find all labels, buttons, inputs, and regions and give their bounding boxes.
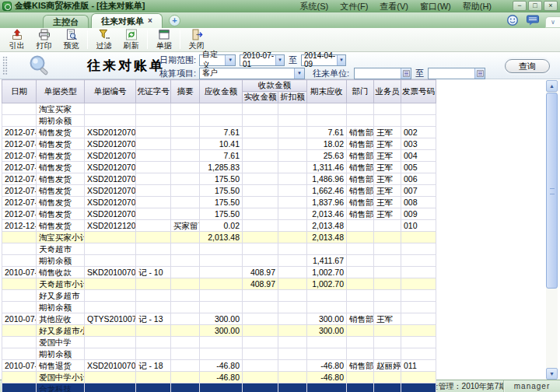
cell-voucher[interactable] xyxy=(136,243,171,255)
cell-department[interactable] xyxy=(347,103,374,115)
cell-doc_no[interactable] xyxy=(85,232,136,243)
cell-receivable[interactable]: 1,285.83 xyxy=(200,162,243,173)
cell-salesman[interactable]: 王军 xyxy=(374,173,401,185)
cell-department[interactable]: 销售部 xyxy=(347,162,374,173)
cell-date[interactable] xyxy=(2,290,37,302)
table-row[interactable]: 2012-07-05销售发货XSD20120700005175.501,486.… xyxy=(2,173,436,185)
cell-invoice_no[interactable]: 011 xyxy=(401,360,436,372)
cell-summary[interactable] xyxy=(171,138,200,150)
panel-drag-handle[interactable] xyxy=(2,56,8,75)
chevron-down-icon[interactable]: ▼ xyxy=(337,55,345,65)
cell-salesman[interactable]: 王军 xyxy=(374,185,401,197)
col-header-summary[interactable]: 摘要 xyxy=(171,80,200,103)
cell-department[interactable] xyxy=(347,115,374,127)
cell-voucher[interactable] xyxy=(136,302,171,313)
chevron-down-icon[interactable]: ▼ xyxy=(275,55,284,65)
cell-salesman[interactable]: 王军 xyxy=(374,162,401,173)
cell-doc_type[interactable]: 销售退货 xyxy=(37,360,85,372)
partner-from-input[interactable] xyxy=(355,68,401,78)
cell-doc_no[interactable]: XSD20120700008 xyxy=(85,208,136,220)
cell-received[interactable] xyxy=(243,348,278,360)
cell-voucher[interactable] xyxy=(136,162,171,173)
menu-help[interactable]: 帮助(H) xyxy=(463,1,492,12)
cell-summary[interactable] xyxy=(171,325,200,337)
cell-discount[interactable] xyxy=(278,383,307,392)
cell-doc_type[interactable]: 期初余额 xyxy=(37,115,85,127)
cell-ending[interactable]: 7.61 xyxy=(307,127,347,138)
cell-invoice_no[interactable] xyxy=(401,313,436,325)
cell-date[interactable]: 2012-07-05 xyxy=(2,208,37,220)
cell-doc_type[interactable]: 期初余额 xyxy=(37,348,85,360)
cell-doc_no[interactable]: XSD20120700005 xyxy=(85,173,136,185)
cell-doc_type[interactable]: 天奇超市小计 xyxy=(37,278,85,290)
table-row[interactable]: 合龙科技 xyxy=(2,383,436,392)
cell-received[interactable] xyxy=(243,313,278,325)
cell-voucher[interactable] xyxy=(136,383,171,392)
cell-department[interactable] xyxy=(347,325,374,337)
cell-receivable[interactable]: -46.80 xyxy=(200,360,243,372)
table-row[interactable]: 期初余额 xyxy=(2,302,436,313)
cell-receivable[interactable] xyxy=(200,267,243,278)
cell-date[interactable] xyxy=(2,115,37,127)
cell-discount[interactable] xyxy=(278,208,307,220)
cell-discount[interactable] xyxy=(278,197,307,208)
cell-discount[interactable] xyxy=(278,360,307,372)
table-row[interactable]: 2012-07-05销售发货XSD201207000041,285.831,31… xyxy=(2,162,436,173)
table-row[interactable]: 2010-07-08销售退货XSD20100700014记 - 18-46.80… xyxy=(2,360,436,372)
cell-receivable[interactable] xyxy=(200,243,243,255)
cell-invoice_no[interactable] xyxy=(401,103,436,115)
cell-received[interactable] xyxy=(243,255,278,267)
cell-doc_no[interactable]: XSD20120700006 xyxy=(85,185,136,197)
table-row[interactable]: 爱国中学 xyxy=(2,337,436,348)
smiley-icon[interactable] xyxy=(506,14,519,28)
close-button[interactable]: × xyxy=(544,1,558,11)
cell-discount[interactable] xyxy=(278,220,307,232)
cell-summary[interactable] xyxy=(171,103,200,115)
cell-voucher[interactable] xyxy=(136,255,171,267)
cell-invoice_no[interactable]: 007 xyxy=(401,185,436,197)
cell-doc_type[interactable]: 期初余额 xyxy=(37,255,85,267)
cell-doc_no[interactable] xyxy=(85,302,136,313)
cell-received[interactable] xyxy=(243,138,278,150)
cell-doc_no[interactable] xyxy=(85,383,136,392)
cell-ending[interactable]: 18.02 xyxy=(307,138,347,150)
cell-summary[interactable] xyxy=(171,115,200,127)
cell-received[interactable]: 408.97 xyxy=(243,267,278,278)
cell-department[interactable] xyxy=(347,383,374,392)
cell-summary[interactable] xyxy=(171,360,200,372)
cell-date[interactable] xyxy=(2,232,37,243)
cell-doc_no[interactable] xyxy=(85,103,136,115)
close-view-button[interactable]: 关闭 xyxy=(183,29,210,51)
cell-doc_no[interactable]: XSD20120700007 xyxy=(85,197,136,208)
cell-department[interactable] xyxy=(347,290,374,302)
scroll-down-icon[interactable]: ▼ xyxy=(546,368,558,380)
cell-doc_no[interactable] xyxy=(85,325,136,337)
cell-department[interactable]: 销售部 xyxy=(347,360,374,372)
cell-salesman[interactable] xyxy=(374,325,401,337)
cell-summary[interactable] xyxy=(171,243,200,255)
cell-received[interactable] xyxy=(243,232,278,243)
table-row[interactable]: 2012-07-05销售发货XSD2012070000210.4118.02销售… xyxy=(2,138,436,150)
cell-received[interactable] xyxy=(243,360,278,372)
cell-salesman[interactable] xyxy=(374,302,401,313)
cell-received[interactable] xyxy=(243,162,278,173)
cell-ending[interactable]: 2,013.48 xyxy=(307,232,347,243)
cell-summary[interactable] xyxy=(171,162,200,173)
cell-doc_type[interactable]: 销售发货 xyxy=(37,220,85,232)
cell-voucher[interactable] xyxy=(136,127,171,138)
chevron-down-icon[interactable]: ▼ xyxy=(294,68,304,79)
col-header-department[interactable]: 部门 xyxy=(347,80,374,103)
cell-ending[interactable] xyxy=(307,348,347,360)
cell-ending[interactable] xyxy=(307,302,347,313)
cell-discount[interactable] xyxy=(278,267,307,278)
cell-receivable[interactable]: 175.50 xyxy=(200,197,243,208)
cell-summary[interactable] xyxy=(171,255,200,267)
cell-date[interactable]: 2012-12-03 xyxy=(2,220,37,232)
cell-received[interactable] xyxy=(243,383,278,392)
cell-discount[interactable] xyxy=(278,255,307,267)
cell-date[interactable]: 2012-07-05 xyxy=(2,138,37,150)
cell-received[interactable]: 408.97 xyxy=(243,278,278,290)
menu-view[interactable]: 查看(V) xyxy=(380,1,408,12)
message-icon[interactable] xyxy=(526,14,540,28)
cell-department[interactable]: 销售部 xyxy=(347,127,374,138)
